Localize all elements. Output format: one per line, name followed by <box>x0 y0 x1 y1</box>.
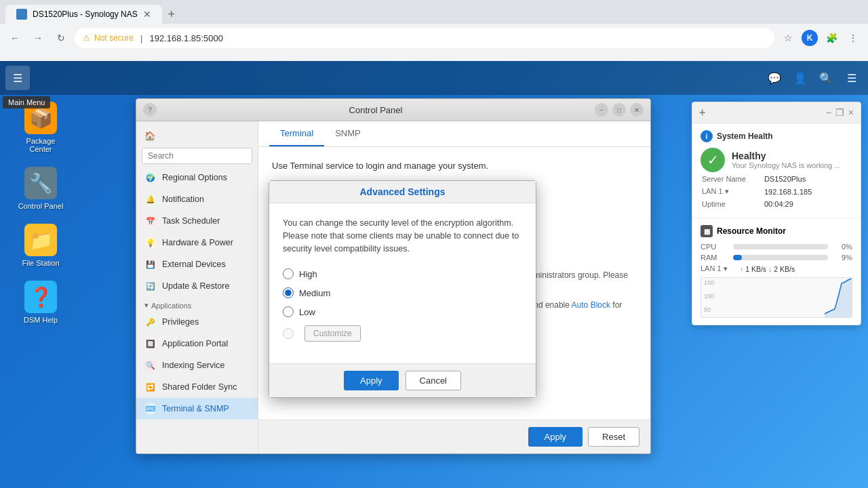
sidebar-item-external-devices[interactable]: 💾 External Devices <box>136 253 258 275</box>
reset-button[interactable]: Reset <box>588 427 639 447</box>
sidebar-item-notification[interactable]: 🔔 Notification <box>136 188 258 210</box>
tab-bar: DS1520Plus - Synology NAS ✕ + <box>0 0 868 24</box>
sidebar-item-application-portal[interactable]: 🔲 Application Portal <box>136 333 258 354</box>
regional-options-label: Regional Options <box>162 173 227 182</box>
main-menu-button[interactable]: ☰ <box>5 66 30 90</box>
reload-button[interactable]: ↻ <box>52 28 71 47</box>
active-tab[interactable]: DS1520Plus - Synology NAS ✕ <box>5 5 162 24</box>
terminal-snmp-icon: ⌨ <box>144 403 157 415</box>
sidebar-search-input[interactable] <box>142 148 252 164</box>
tab-title: DS1520Plus - Synology NAS <box>33 9 138 19</box>
new-tab-button[interactable]: + <box>162 5 181 24</box>
lan-up-value: ↑ 1 KB/s ↓ 2 KB/s <box>740 265 795 273</box>
main-menu-tooltip: Main Menu <box>3 96 50 108</box>
user-icon[interactable]: 👤 <box>789 67 811 89</box>
shared-folder-sync-label: Shared Folder Sync <box>162 382 237 392</box>
tab-close-button[interactable]: ✕ <box>143 9 151 20</box>
window-help-button[interactable]: ? <box>143 103 157 117</box>
dialog-footer: Apply Cancel <box>269 363 536 397</box>
chat-icon[interactable]: 💬 <box>764 67 785 89</box>
sidebar: 🏠 🌍 Regional Options 🔔 Notification 📅 Ta… <box>136 121 258 453</box>
package-center-icon[interactable]: 📦 PackageCenter <box>14 102 68 153</box>
package-center-label: PackageCenter <box>26 137 56 153</box>
apply-button[interactable]: Apply <box>528 427 583 447</box>
window-maximize-button[interactable]: □ <box>612 103 626 117</box>
widget-restore-button[interactable]: ❐ <box>835 107 844 118</box>
sidebar-item-hardware-power[interactable]: 💡 Hardware & Power <box>136 232 258 253</box>
radio-low[interactable] <box>283 306 294 317</box>
ram-label: RAM <box>701 253 728 262</box>
control-panel-icon[interactable]: 🔧 Control Panel <box>14 167 68 210</box>
ram-pct: 9% <box>833 253 852 262</box>
back-button[interactable]: ← <box>5 28 24 47</box>
chart-label-50: 50 <box>704 306 714 313</box>
notification-icon: 🔔 <box>144 193 157 205</box>
sidebar-item-update-restore[interactable]: 🔄 Update & Restore <box>136 275 258 297</box>
settings-icon[interactable]: ⋮ <box>844 28 863 47</box>
tab-terminal[interactable]: Terminal <box>269 121 324 146</box>
forward-button[interactable]: → <box>28 28 47 47</box>
system-health-widget: + − ❐ × i System Health ✓ Healthy Your S… <box>692 102 861 325</box>
radio-medium[interactable] <box>283 287 294 298</box>
desktop: ☰ Main Menu 💬 👤 🔍 ☰ 📦 PackageCenter 🔧 Co… <box>0 61 868 488</box>
sidebar-item-regional-options[interactable]: 🌍 Regional Options <box>136 167 258 188</box>
window-controls: ? <box>143 103 157 117</box>
note2-link[interactable]: Auto Block <box>572 300 610 310</box>
sidebar-item-privileges[interactable]: 🔑 Privileges <box>136 311 258 333</box>
file-station-icon[interactable]: 📁 File Station <box>14 224 68 267</box>
window-title: Control Panel <box>157 105 595 115</box>
home-icon: 🏠 <box>144 131 155 141</box>
taskbar: ☰ Main Menu 💬 👤 🔍 ☰ <box>0 61 868 95</box>
sidebar-item-terminal-snmp[interactable]: ⌨ Terminal & SNMP <box>136 398 258 420</box>
hardware-power-icon: 💡 <box>144 237 157 249</box>
window-close-controls: − □ ✕ <box>595 103 644 117</box>
lan1-row: LAN 1 ▾ 192.168.1.185 <box>702 186 851 197</box>
system-health-title: i System Health <box>701 130 852 142</box>
window-close-button[interactable]: ✕ <box>630 103 644 117</box>
widget-minimize-button[interactable]: − <box>826 107 831 118</box>
healthy-label: Healthy <box>732 150 840 161</box>
sidebar-item-shared-folder-sync[interactable]: 🔁 Shared Folder Sync <box>136 376 258 398</box>
dsm-help-icon[interactable]: ❓ DSM Help <box>14 281 68 324</box>
lan1-label: LAN 1 ▾ <box>702 186 763 197</box>
dialog-cancel-button[interactable]: Cancel <box>406 371 461 390</box>
sidebar-section-applications[interactable]: ▾ Applications <box>136 297 258 311</box>
widget-close-button[interactable]: × <box>848 107 854 118</box>
dialog-apply-button[interactable]: Apply <box>344 371 399 390</box>
server-name-row: Server Name DS1520Plus <box>702 174 851 184</box>
sidebar-item-indexing-service[interactable]: 🔍 Indexing Service <box>136 354 258 376</box>
content-tabs: Terminal SNMP <box>258 121 650 147</box>
file-station-label: File Station <box>22 259 59 267</box>
status-sub: Your Synology NAS is working ... <box>732 161 840 169</box>
radio-high[interactable] <box>283 268 294 279</box>
sidebar-item-task-scheduler[interactable]: 📅 Task Scheduler <box>136 210 258 232</box>
system-health-label: System Health <box>717 131 773 141</box>
regional-options-icon: 🌍 <box>144 171 157 184</box>
customize-button[interactable]: Customize <box>304 325 361 342</box>
sidebar-home-button[interactable]: 🏠 <box>136 127 258 145</box>
resource-monitor-icon: ▦ <box>701 225 713 237</box>
widget-add-button[interactable]: + <box>699 106 705 119</box>
radio-low-label: Low <box>299 307 315 317</box>
options-icon[interactable]: ☰ <box>841 67 863 89</box>
file-station-img: 📁 <box>24 224 57 256</box>
lan-down-text: 2 KB/s <box>774 265 795 273</box>
cpu-row: CPU 0% <box>701 243 852 251</box>
ram-bar-fill <box>733 255 742 260</box>
system-health-info-icon: i <box>701 130 713 142</box>
lan-up-text: 1 KB/s <box>745 265 766 273</box>
radio-low-row: Low <box>283 306 522 317</box>
profile-icon[interactable]: K <box>800 28 819 47</box>
search-icon[interactable]: 🔍 <box>815 67 837 89</box>
lan-monitor-row: LAN 1 ▾ ↑ 1 KB/s ↓ 2 KB/s <box>701 264 852 273</box>
address-input[interactable]: ⚠ Not secure | 192.168.1.85:5000 <box>75 28 774 48</box>
tab-snmp[interactable]: SNMP <box>324 121 372 146</box>
bookmark-icon[interactable]: ☆ <box>778 28 797 47</box>
cpu-bar-bg <box>733 244 828 249</box>
radio-customize[interactable] <box>283 328 294 339</box>
description-text: Use Terminal service to login and manage… <box>272 161 637 171</box>
privileges-label: Privileges <box>162 317 199 327</box>
extensions-icon[interactable]: 🧩 <box>822 28 841 47</box>
application-portal-label: Application Portal <box>162 339 228 348</box>
window-minimize-button[interactable]: − <box>595 103 608 117</box>
